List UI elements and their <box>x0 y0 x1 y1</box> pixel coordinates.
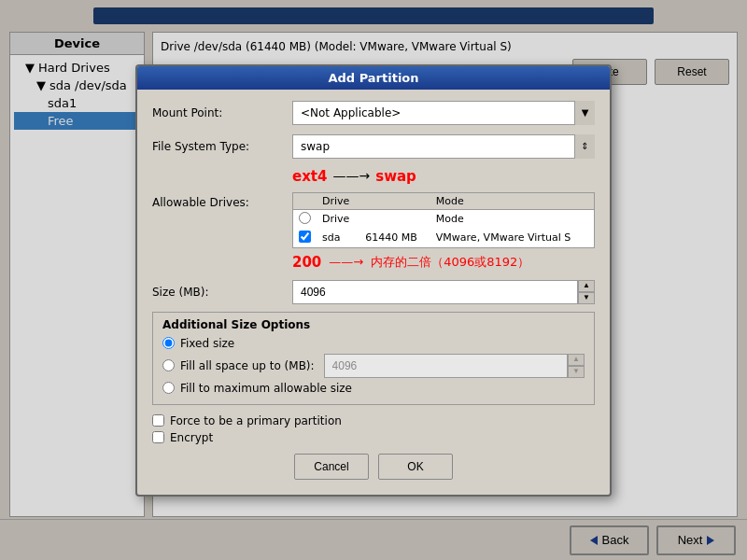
filesystem-select[interactable]: swap <box>292 134 595 159</box>
drive-col-header: Drive <box>317 209 359 229</box>
fill-up-decrement-btn: ▼ <box>568 366 585 378</box>
drive-row-sda: sda 61440 MB VMware, VMware Virtual S <box>293 229 594 247</box>
fill-up-input <box>324 354 568 378</box>
allowable-drives-section: Allowable Drives: Drive Mode <box>152 192 595 271</box>
model-col-header: Mode <box>430 209 594 229</box>
fill-max-label: Fill to maximum allowable size <box>180 382 352 395</box>
mount-point-row: Mount Point: <Not Applicable> ▼ <box>152 101 595 125</box>
size-note-annotation: 内存的二倍（4096或8192） <box>371 254 529 271</box>
col-model: Mode <box>430 193 594 210</box>
size-increment-btn[interactable]: ▲ <box>578 280 595 292</box>
filesystem-value: swap <box>301 140 330 153</box>
mount-point-select[interactable]: <Not Applicable> <box>292 101 595 125</box>
fixed-size-radio[interactable] <box>162 337 175 349</box>
primary-partition-row: Force to be a primary partition <box>152 414 595 427</box>
fill-max-radio[interactable] <box>162 382 175 394</box>
encrypt-checkbox[interactable] <box>152 431 164 443</box>
primary-partition-checkbox[interactable] <box>152 414 164 427</box>
fill-up-increment-btn: ▲ <box>568 354 585 366</box>
additional-size-options: Additional Size Options Fixed size Fill … <box>152 312 595 405</box>
filesystem-dropdown-arrow[interactable]: ⇕ <box>574 134 595 159</box>
modal-title: Add Partition <box>328 71 418 85</box>
modal-overlay: Add Partition Mount Point: <Not Applicab… <box>0 0 747 560</box>
fill-up-to-row: Fill all space up to (MB): ▲ ▼ <box>162 354 585 378</box>
fixed-size-label: Fixed size <box>180 337 234 350</box>
col-drive: Drive <box>317 193 359 210</box>
col-size <box>359 193 430 210</box>
allowable-drives-label: Allowable Drives: <box>152 192 292 271</box>
options-legend: Additional Size Options <box>162 318 585 331</box>
allowable-drives-content: Drive Mode Drive Mode <box>292 192 595 271</box>
cancel-button[interactable]: Cancel <box>294 454 369 480</box>
size-decrement-btn[interactable]: ▼ <box>578 292 595 304</box>
ok-button[interactable]: OK <box>378 454 453 480</box>
drive-col-sda: sda <box>317 229 359 247</box>
size-arrow-annotation: ——→ <box>329 255 363 269</box>
modal-titlebar: Add Partition <box>137 66 610 90</box>
drives-table: Drive Mode Drive Mode <box>292 192 595 248</box>
size-label: Size (MB): <box>152 286 292 299</box>
model-col-sda: VMware, VMware Virtual S <box>430 229 594 247</box>
size-spinner: ▲ ▼ <box>292 280 595 304</box>
fixed-size-row: Fixed size <box>162 337 585 350</box>
fill-up-label: Fill all space up to (MB): <box>180 359 315 372</box>
filesystem-row: File System Type: swap ⇕ <box>152 134 595 159</box>
annotation-row-1: ext4 ——→ swap <box>152 168 595 185</box>
modal-body: Mount Point: <Not Applicable> ▼ File Sys… <box>137 90 610 495</box>
fill-up-spinner: ▲ ▼ <box>324 354 585 378</box>
ext4-annotation: ext4 <box>292 168 327 185</box>
size-200-annotation: 200 <box>292 254 321 271</box>
drive-checkbox-sda[interactable] <box>299 231 311 243</box>
size-spinner-buttons: ▲ ▼ <box>578 280 595 304</box>
filesystem-wrapper: swap ⇕ <box>292 134 595 159</box>
size-col-header <box>359 209 430 229</box>
modal-buttons: Cancel OK <box>152 454 595 483</box>
encrypt-row: Encrypt <box>152 431 595 444</box>
encrypt-label: Encrypt <box>170 431 213 444</box>
add-partition-modal: Add Partition Mount Point: <Not Applicab… <box>135 64 612 497</box>
filesystem-label: File System Type: <box>152 140 292 153</box>
size-input[interactable] <box>292 280 578 304</box>
size-col-sda: 61440 MB <box>359 229 430 247</box>
col-check <box>293 193 317 210</box>
fill-up-radio[interactable] <box>162 359 175 371</box>
fill-max-row: Fill to maximum allowable size <box>162 382 585 395</box>
primary-partition-label: Force to be a primary partition <box>170 414 342 427</box>
drive-radio-header[interactable] <box>299 212 311 224</box>
mount-point-value: <Not Applicable> <box>301 106 401 119</box>
mount-point-dropdown-arrow[interactable]: ▼ <box>574 101 595 125</box>
mount-point-label: Mount Point: <box>152 106 292 119</box>
drives-table-inner: Drive Mode Drive Mode <box>293 193 594 247</box>
annotation-row-2: 200 ——→ 内存的二倍（4096或8192） <box>292 254 595 271</box>
size-row: Size (MB): ▲ ▼ <box>152 280 595 304</box>
swap-annotation: swap <box>375 168 416 185</box>
drive-row-header: Drive Mode <box>293 209 594 229</box>
fill-up-buttons: ▲ ▼ <box>568 354 585 378</box>
arrow-annotation: ——→ <box>332 168 370 185</box>
mount-point-wrapper: <Not Applicable> ▼ <box>292 101 595 125</box>
